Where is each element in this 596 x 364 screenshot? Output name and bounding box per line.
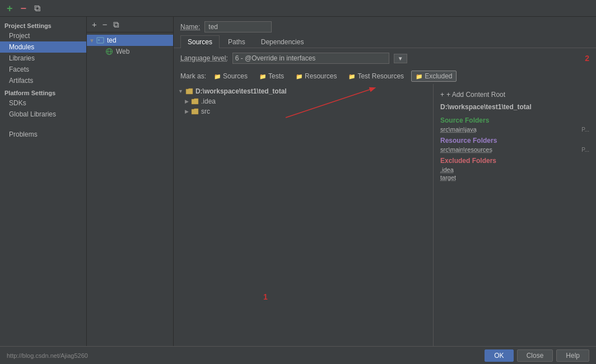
module-tree-panel: + − ⧉ ▼ ted xyxy=(87,17,174,346)
svg-rect-1 xyxy=(98,39,100,41)
sidebar-item-facets[interactable]: Facets xyxy=(0,64,86,75)
module-tree-toolbar: + − ⧉ xyxy=(87,17,173,32)
info-root-path: D:\workspace\test1\ted_total xyxy=(434,101,596,113)
excluded-folders-title: Excluded Folders xyxy=(434,153,596,166)
mark-resources-label: Resources xyxy=(305,72,337,80)
module-item-web[interactable]: Web xyxy=(87,46,173,57)
tree-idea-node[interactable]: ▶ .idea xyxy=(174,96,433,106)
tree-root-node[interactable]: ▼ D:\workspace\test1\ted_total xyxy=(174,86,433,96)
tab-sources[interactable]: Sources xyxy=(180,35,220,48)
resource-path-label: src\main\resources xyxy=(440,146,492,153)
sidebar-item-project[interactable]: Project xyxy=(0,30,86,41)
idea-arrow-icon: ▶ xyxy=(185,99,189,104)
resources-folder-icon: 📁 xyxy=(295,72,303,80)
content-area: + − ⧉ ▼ ted xyxy=(87,17,596,346)
mark-tests-btn[interactable]: 📁 Tests xyxy=(255,71,288,82)
mark-test-resources-label: Test Resources xyxy=(357,72,404,80)
root-arrow-icon: ▼ xyxy=(178,88,183,94)
ok-button[interactable]: OK xyxy=(485,349,513,362)
sources-folder-icon: 📁 xyxy=(213,72,221,80)
lang-dropdown-arrow-icon[interactable]: ▼ xyxy=(394,54,407,63)
mark-sources-btn[interactable]: 📁 Sources xyxy=(209,71,252,82)
root-folder-icon xyxy=(185,88,193,95)
resource-entry-main-resources[interactable]: src\main\resources P... xyxy=(434,146,596,153)
arrow-down-icon: ▼ xyxy=(89,38,96,44)
excluded-entry-target[interactable]: target xyxy=(434,174,596,181)
sidebar: Project Settings Project Modules Librari… xyxy=(0,17,87,346)
mark-as-label: Mark as: xyxy=(180,72,206,80)
sidebar-item-artifacts[interactable]: Artifacts xyxy=(0,75,86,86)
module-item-ted[interactable]: ▼ ted xyxy=(87,35,173,46)
tree-src-node[interactable]: ▶ src xyxy=(174,106,433,116)
add-content-root-btn[interactable]: + + Add Content Root xyxy=(434,88,596,101)
mark-as-row: Mark as: 📁 Sources 📁 Tests 📁 Resources 📁… xyxy=(174,68,596,84)
src-folder-icon xyxy=(191,108,199,115)
svg-rect-0 xyxy=(97,38,104,43)
lang-label: Language level: xyxy=(180,54,228,62)
root-path-label: D:\workspace\test1\ted_total xyxy=(195,87,287,95)
lang-row: Language level: 6 - @Override in interfa… xyxy=(174,48,596,68)
module-copy-btn[interactable]: ⧉ xyxy=(111,19,121,30)
remove-button[interactable]: − xyxy=(18,2,29,15)
mark-resources-btn[interactable]: 📁 Resources xyxy=(291,71,341,82)
main-toolbar: + − ⧉ xyxy=(0,0,596,17)
source-pkg-label: P... xyxy=(581,127,589,133)
sidebar-item-libraries[interactable]: Libraries xyxy=(0,53,86,64)
module-add-btn[interactable]: + xyxy=(90,19,99,30)
main-layout: Project Settings Project Modules Librari… xyxy=(0,17,596,346)
annotation-2: 2 xyxy=(585,54,589,63)
tab-paths[interactable]: Paths xyxy=(221,35,253,48)
bottom-buttons: OK Close Help xyxy=(485,349,589,362)
idea-label: .idea xyxy=(201,97,216,105)
excluded-target-label: target xyxy=(440,174,456,181)
tab-dependencies[interactable]: Dependencies xyxy=(254,35,311,48)
tree-view[interactable]: ▼ D:\workspace\test1\ted_total ▶ xyxy=(174,84,434,346)
tree-view-wrapper: ▼ D:\workspace\test1\ted_total ▶ xyxy=(174,84,434,346)
mark-test-resources-btn[interactable]: 📁 Test Resources xyxy=(344,71,408,82)
add-content-root-label: + Add Content Root xyxy=(446,91,505,99)
excluded-entry-idea[interactable]: .idea xyxy=(434,166,596,174)
name-label: Name: xyxy=(180,23,200,31)
tests-folder-icon: 📁 xyxy=(259,72,267,80)
add-icon: + xyxy=(440,91,444,99)
name-input[interactable] xyxy=(204,21,272,32)
module-icon xyxy=(96,36,105,45)
sidebar-item-problems[interactable]: Problems xyxy=(0,129,86,140)
mark-excluded-btn[interactable]: 📁 Excluded xyxy=(411,71,456,82)
tabs-row: Sources Paths Dependencies xyxy=(174,35,596,48)
module-label-web: Web xyxy=(116,48,129,55)
src-label: src xyxy=(201,108,210,115)
module-tree: ▼ ted xyxy=(87,32,173,346)
name-row: Name: xyxy=(174,17,596,35)
annotation-arrow-svg xyxy=(174,84,433,346)
excluded-folder-icon: 📁 xyxy=(415,72,423,80)
mark-sources-label: Sources xyxy=(223,72,248,80)
resource-pkg-label: P... xyxy=(581,147,589,153)
sidebar-item-modules[interactable]: Modules xyxy=(0,41,86,53)
right-panel: Name: Sources Paths Dependencies Languag… xyxy=(174,17,596,346)
excluded-idea-label: .idea xyxy=(440,166,454,173)
source-folders-title: Source Folders xyxy=(434,113,596,125)
idea-folder-icon xyxy=(191,98,199,105)
web-icon xyxy=(105,47,114,56)
content-split: ▼ D:\workspace\test1\ted_total ▶ xyxy=(174,84,596,346)
sidebar-item-global-libraries[interactable]: Global Libraries xyxy=(0,109,86,120)
add-button[interactable]: + xyxy=(4,2,15,15)
close-button[interactable]: Close xyxy=(517,349,553,362)
mark-excluded-label: Excluded xyxy=(425,72,452,80)
source-entry-main-java[interactable]: src\main\java P... xyxy=(434,125,596,133)
sidebar-item-sdks[interactable]: SDKs xyxy=(0,97,86,109)
test-resources-folder-icon: 📁 xyxy=(348,72,356,80)
resource-folders-title: Resource Folders xyxy=(434,133,596,146)
mark-tests-label: Tests xyxy=(268,72,284,80)
help-button[interactable]: Help xyxy=(556,349,589,362)
module-remove-btn[interactable]: − xyxy=(101,19,109,30)
source-path-label: src\main\java xyxy=(440,126,477,133)
platform-settings-section: Platform Settings xyxy=(0,86,86,97)
module-label-ted: ted xyxy=(107,36,117,44)
info-panel: + + Add Content Root D:\workspace\test1\… xyxy=(434,84,596,346)
bottom-bar: http://blog.csdn.net/Ajiag5260 OK Close … xyxy=(0,346,596,364)
copy-button[interactable]: ⧉ xyxy=(32,3,43,14)
lang-select[interactable]: 6 - @Override in interfaces 7 - Diamonds… xyxy=(232,53,389,64)
bottom-info-text: http://blog.csdn.net/Ajiag5260 xyxy=(7,352,88,359)
